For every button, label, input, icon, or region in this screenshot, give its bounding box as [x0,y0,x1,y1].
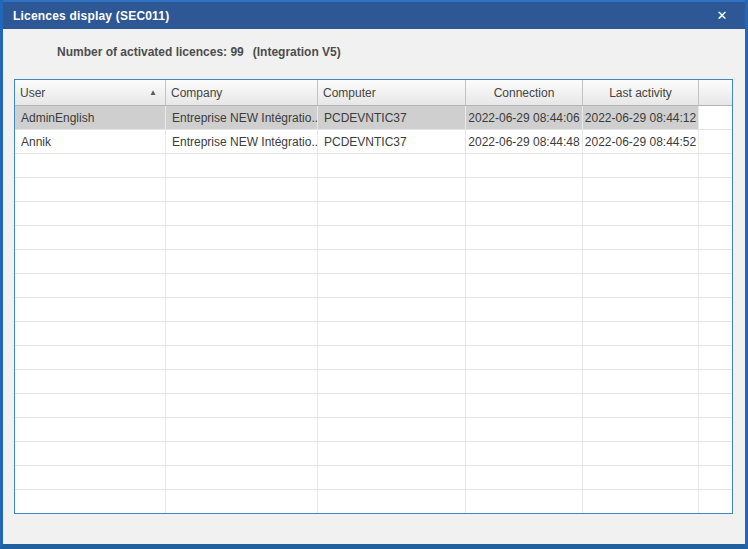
column-header-last-activity-label: Last activity [609,86,672,100]
empty-cell [166,394,318,417]
empty-row [15,202,732,226]
empty-row [15,418,732,442]
empty-cell [318,250,466,273]
cell-company: Entreprise NEW Intégratio... [166,130,318,153]
empty-cell [699,154,732,177]
empty-cell [166,178,318,201]
empty-cell [15,298,166,321]
empty-cell [318,370,466,393]
empty-cell [15,490,166,513]
column-header-last-activity[interactable]: Last activity [583,80,699,105]
cell-user: Annik [15,130,166,153]
empty-cell [583,154,699,177]
empty-cell [15,154,166,177]
cell-filler [699,106,732,129]
empty-cell [15,226,166,249]
empty-cell [699,298,732,321]
empty-cell [466,274,583,297]
empty-cell [166,370,318,393]
empty-cell [318,226,466,249]
empty-cell [583,490,699,513]
empty-row [15,274,732,298]
column-header-user[interactable]: User ▲ [15,80,166,105]
column-header-connection-label: Connection [494,86,555,100]
empty-cell [466,202,583,225]
empty-cell [466,154,583,177]
empty-cell [166,346,318,369]
empty-cell [166,202,318,225]
empty-cell [699,370,732,393]
column-header-connection[interactable]: Connection [466,80,583,105]
empty-cell [583,346,699,369]
empty-cell [15,202,166,225]
empty-cell [699,394,732,417]
window-title: Licences display (SEC011) [3,9,169,23]
empty-cell [699,250,732,273]
cell-user: AdminEnglish [15,106,166,129]
empty-cell [466,394,583,417]
empty-row [15,346,732,370]
empty-cell [15,322,166,345]
empty-cell [318,466,466,489]
empty-cell [583,178,699,201]
table-row[interactable]: Annik Entreprise NEW Intégratio... PCDEV… [15,130,732,154]
close-icon[interactable]: ✕ [707,2,737,29]
cell-last-activity: 2022-06-29 08:44:12 [583,106,699,129]
empty-cell [583,370,699,393]
empty-cell [15,274,166,297]
empty-row [15,178,732,202]
empty-cell [583,322,699,345]
empty-row [15,154,732,178]
empty-row [15,370,732,394]
empty-cell [318,178,466,201]
empty-cell [466,178,583,201]
empty-cell [583,442,699,465]
empty-row [15,250,732,274]
empty-cell [318,202,466,225]
empty-cell [699,466,732,489]
empty-cell [166,490,318,513]
column-header-filler [699,80,732,105]
licence-count-text: Number of activated licences: 99 [57,45,244,59]
column-header-computer[interactable]: Computer [318,80,466,105]
empty-cell [166,226,318,249]
empty-cell [318,154,466,177]
empty-cell [15,370,166,393]
column-header-user-label: User [20,86,45,100]
cell-last-activity: 2022-06-29 08:44:52 [583,130,699,153]
empty-cell [699,178,732,201]
cell-computer: PCDEVNTIC37 [318,106,466,129]
empty-cell [583,250,699,273]
column-header-company[interactable]: Company [166,80,318,105]
empty-cell [699,226,732,249]
empty-cell [699,442,732,465]
empty-cell [15,250,166,273]
empty-cell [699,202,732,225]
cell-connection: 2022-06-29 08:44:48 [466,130,583,153]
empty-cell [318,274,466,297]
empty-row [15,394,732,418]
empty-cell [466,250,583,273]
table-row[interactable]: AdminEnglish Entreprise NEW Intégratio..… [15,106,732,130]
licence-count-label: Number of activated licences: 99(Integra… [57,45,341,59]
empty-cell [699,418,732,441]
sort-ascending-icon: ▲ [149,88,157,97]
empty-cell [15,466,166,489]
empty-cell [583,202,699,225]
empty-cell [466,298,583,321]
column-header-company-label: Company [171,86,222,100]
empty-cell [318,490,466,513]
empty-cell [583,226,699,249]
empty-cell [466,322,583,345]
empty-cell [583,394,699,417]
empty-cell [15,418,166,441]
empty-cell [466,418,583,441]
empty-cell [318,418,466,441]
empty-cell [699,346,732,369]
empty-cell [15,178,166,201]
empty-cell [15,442,166,465]
empty-cell [466,442,583,465]
empty-cell [166,250,318,273]
integration-version-text: (Integration V5) [253,45,341,59]
column-header-computer-label: Computer [323,86,376,100]
